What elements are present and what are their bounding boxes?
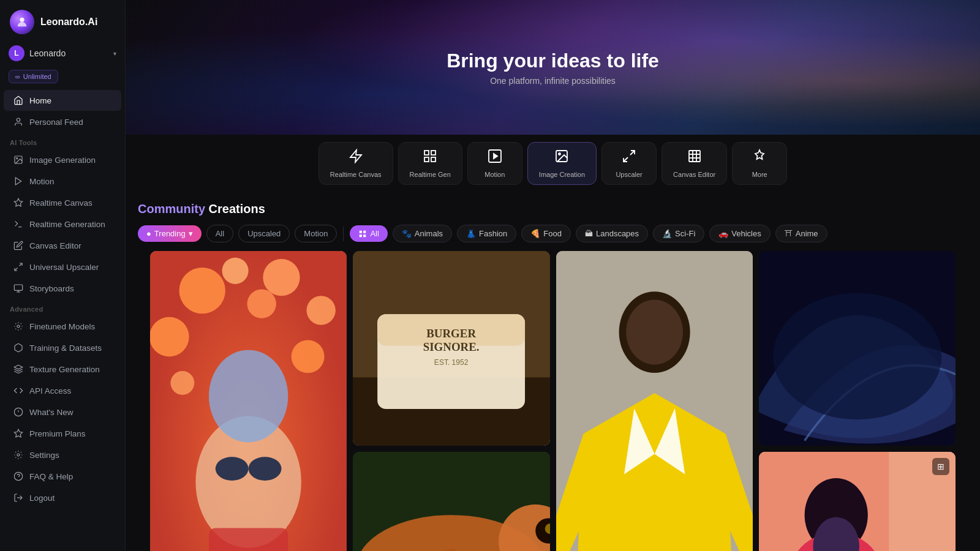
filter-all-left[interactable]: All xyxy=(206,225,233,242)
tool-image-creation[interactable]: Image Creation xyxy=(527,142,597,185)
tool-upscaler[interactable]: Upscaler xyxy=(601,142,657,185)
whats-new-icon xyxy=(13,407,23,417)
sidebar-item-home[interactable]: Home xyxy=(4,90,121,111)
canvas-editor-label: Canvas Editor xyxy=(673,171,715,178)
svg-point-0 xyxy=(20,18,24,22)
realtime-canvas-icon xyxy=(13,198,23,208)
realtime-gen-label: Realtime Gen xyxy=(410,171,451,178)
vehicles-icon: 🚗 xyxy=(718,229,728,238)
sidebar-item-premium[interactable]: Premium Plans xyxy=(4,423,121,444)
community-title: Community Creations xyxy=(138,202,968,216)
sidebar-item-whats-new[interactable]: What's New xyxy=(4,402,121,422)
upscaler-label: Upscaler xyxy=(616,171,642,178)
image-card-1[interactable] xyxy=(150,251,347,551)
trending-dot: ● xyxy=(146,229,151,238)
svg-rect-22 xyxy=(431,157,435,162)
svg-point-43 xyxy=(150,317,189,357)
image-creation-label: Image Creation xyxy=(539,171,585,178)
app-name: Leonardo.Ai xyxy=(40,17,97,28)
svg-text:SIGNORE.: SIGNORE. xyxy=(423,340,480,353)
sidebar-item-realtime-canvas[interactable]: Realtime Canvas xyxy=(4,192,121,213)
svg-rect-35 xyxy=(360,230,362,233)
chevron-down-icon: ▾ xyxy=(113,50,116,57)
svg-rect-37 xyxy=(360,234,362,237)
image-card-4[interactable] xyxy=(759,251,956,446)
sidebar-item-motion[interactable]: Motion xyxy=(4,171,121,192)
tool-more[interactable]: More xyxy=(732,142,787,185)
realtime-canvas-tool-icon xyxy=(349,149,363,167)
anime-icon: ⛩ xyxy=(785,229,793,238)
sidebar-item-personal-feed[interactable]: Personal Feed xyxy=(4,111,121,132)
svg-line-7 xyxy=(15,268,18,271)
sidebar-item-storyboards[interactable]: Storyboards xyxy=(4,278,121,299)
svg-point-17 xyxy=(14,472,22,480)
svg-text:BURGER: BURGER xyxy=(426,327,476,340)
grid-icon xyxy=(358,230,367,238)
image-card-2[interactable]: BURGER SIGNORE. EST. 1952 xyxy=(353,251,549,446)
filter-all-right[interactable]: All xyxy=(350,225,387,242)
faq-icon xyxy=(13,471,23,481)
hero-section: Bring your ideas to life One platform, i… xyxy=(126,0,980,135)
svg-point-47 xyxy=(247,289,276,318)
tool-realtime-gen[interactable]: Realtime Gen xyxy=(398,142,462,185)
svg-point-44 xyxy=(222,258,249,284)
plan-badge: ∞ Unlimited xyxy=(9,70,58,83)
svg-point-40 xyxy=(179,268,225,313)
filter-tag-landscapes[interactable]: 🏔 Landscapes xyxy=(576,225,648,242)
tool-motion[interactable]: Motion xyxy=(467,142,522,185)
filter-tag-anime[interactable]: ⛩ Anime xyxy=(775,225,827,242)
svg-rect-36 xyxy=(364,230,366,233)
app-logo[interactable]: Leonardo.Ai xyxy=(0,0,125,42)
filter-motion[interactable]: Motion xyxy=(295,225,337,242)
username: Leonardo xyxy=(29,48,108,58)
image-card-5[interactable] xyxy=(353,452,549,551)
trending-filter[interactable]: ● Trending ▾ xyxy=(138,225,202,242)
image-card-3[interactable]: ▶ xyxy=(556,251,753,551)
community-section: Community Creations ● Trending ▾ All Ups… xyxy=(126,192,980,551)
filter-tag-vehicles[interactable]: 🚗 Vehicles xyxy=(709,225,770,242)
image-card-6[interactable]: ⊞ xyxy=(759,452,956,551)
motion-label: Motion xyxy=(484,171,505,178)
sidebar-item-realtime-generation[interactable]: Realtime Generation xyxy=(4,214,121,234)
api-icon xyxy=(13,386,23,395)
tool-realtime-canvas[interactable]: Realtime Canvas xyxy=(318,142,393,185)
grid-view-icon[interactable]: ⊞ xyxy=(932,458,949,475)
filter-tag-fashion[interactable]: 👗 Fashion xyxy=(457,225,516,242)
sidebar-item-faq[interactable]: FAQ & Help xyxy=(4,466,121,487)
motion-icon xyxy=(13,176,23,186)
filter-tag-food[interactable]: 🍕 Food xyxy=(521,225,571,242)
svg-point-11 xyxy=(17,325,20,328)
realtime-gen-tool-icon xyxy=(423,149,437,167)
sidebar-item-canvas-editor[interactable]: Canvas Editor xyxy=(4,235,121,256)
filter-divider xyxy=(343,227,344,241)
sidebar-item-logout[interactable]: Logout xyxy=(4,487,121,508)
sidebar-item-training[interactable]: Training & Datasets xyxy=(4,337,121,358)
svg-rect-21 xyxy=(431,151,435,155)
sidebar-item-settings[interactable]: Settings xyxy=(4,444,121,465)
svg-point-50 xyxy=(216,457,249,481)
svg-point-1 xyxy=(17,118,20,121)
filter-upscaled[interactable]: Upscaled xyxy=(238,225,290,242)
user-menu[interactable]: L Leonardo ▾ xyxy=(0,42,125,67)
sidebar-item-upscaler[interactable]: Universal Upscaler xyxy=(4,257,121,277)
sidebar-item-finetuned-models[interactable]: Finetuned Models xyxy=(4,316,121,337)
home-icon xyxy=(13,96,23,105)
sidebar-item-api-access[interactable]: API Access xyxy=(4,380,121,401)
training-icon xyxy=(13,343,23,353)
logout-icon xyxy=(13,493,23,503)
svg-line-29 xyxy=(624,157,628,162)
hero-title: Bring your ideas to life xyxy=(447,50,659,72)
upscaler-tool-icon xyxy=(622,149,636,167)
filter-tag-scifi[interactable]: 🔬 Sci-Fi xyxy=(653,225,704,242)
logo-icon xyxy=(10,10,34,34)
animals-icon: 🐾 xyxy=(402,229,412,238)
sidebar-item-image-generation[interactable]: Image Generation xyxy=(4,149,121,170)
realtime-canvas-label: Realtime Canvas xyxy=(330,171,382,178)
canvas-editor-icon xyxy=(13,241,23,250)
tool-canvas-editor[interactable]: Canvas Editor xyxy=(662,142,727,185)
svg-point-46 xyxy=(170,371,194,395)
sidebar-item-texture-generation[interactable]: Texture Generation xyxy=(4,359,121,380)
filter-tag-animals[interactable]: 🐾 Animals xyxy=(393,225,452,242)
svg-rect-38 xyxy=(364,234,366,237)
texture-gen-icon xyxy=(13,364,23,374)
